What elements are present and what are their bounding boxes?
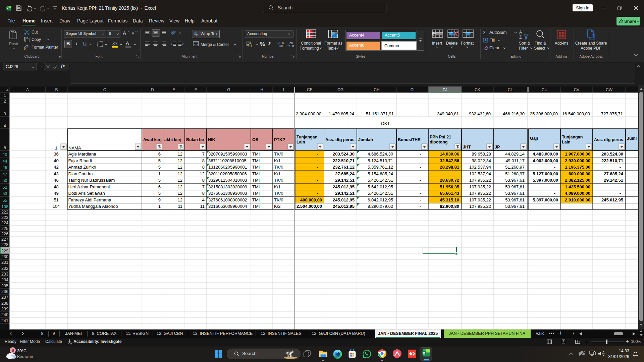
svg-text:Lain: Lain (297, 140, 305, 144)
svg-text:-: - (554, 191, 555, 196)
svg-text:TMI: TMI (252, 165, 260, 170)
svg-text:Dodi Aris Setiawan: Dodi Aris Setiawan (68, 191, 105, 196)
svg-text:237: 237 (1, 295, 8, 300)
svg-text:11: 11 (200, 204, 205, 209)
svg-text:-: - (420, 152, 421, 157)
svg-text:727.875,71: 727.875,71 (601, 111, 623, 116)
svg-text:1.907.000,00: 1.907.000,00 (565, 152, 590, 157)
svg-text:G: G (227, 87, 230, 92)
svg-text:-: - (317, 158, 318, 163)
svg-text:-: - (420, 111, 421, 116)
svg-text:2.504.000,00: 2.504.000,00 (297, 204, 322, 209)
svg-text:8.290.079,62: 8.290.079,62 (368, 204, 393, 209)
svg-text:B: B (55, 87, 58, 92)
svg-text:E: E (172, 87, 175, 92)
svg-text:107.935,22: 107.935,22 (469, 191, 491, 196)
svg-text:CG: CG (337, 87, 343, 92)
svg-text:2.930.000,00: 2.930.000,00 (565, 158, 590, 163)
svg-text:X: X (423, 351, 425, 355)
svg-text:Agis Mardiana: Agis Mardiana (68, 152, 97, 157)
svg-text:ab: ab (171, 31, 175, 34)
svg-text:5.124.510,71: 5.124.510,71 (368, 158, 393, 163)
svg-text:6: 6 (158, 152, 161, 157)
svg-text:55: 55 (3, 198, 7, 203)
svg-text:TMI: TMI (252, 184, 260, 189)
svg-text:2.382.125,00: 2.382.125,00 (565, 178, 590, 183)
svg-text:43: 43 (54, 171, 58, 176)
svg-text:JHT: JHT (463, 145, 471, 149)
svg-text:Z: Z (519, 35, 522, 40)
svg-text:Fahrezy Aldi Permana: Fahrezy Aldi Permana (68, 197, 112, 202)
svg-text:K/1: K/1 (274, 184, 281, 189)
svg-text:12: 12 (178, 178, 182, 183)
svg-text:5: 5 (158, 165, 161, 170)
svg-text:Bonus/THR: Bonus/THR (398, 137, 421, 142)
svg-text:227: 227 (1, 237, 8, 242)
svg-text:29.142,51: 29.142,51 (335, 191, 355, 196)
svg-text:ab: ab (194, 31, 197, 34)
svg-text:8: 8 (202, 178, 205, 183)
svg-text:-: - (317, 152, 318, 157)
svg-text:53.967,61: 53.967,61 (505, 178, 525, 183)
svg-text:CI: CI (411, 87, 415, 92)
svg-text:Gaji: Gaji (530, 136, 538, 141)
svg-text:44: 44 (3, 159, 7, 164)
svg-text:7: 7 (202, 152, 205, 157)
svg-text:TMI: TMI (252, 178, 260, 183)
svg-text:dipotong: dipotong (430, 140, 447, 144)
svg-text:Juml: Juml (627, 136, 637, 141)
svg-text:TMI: TMI (252, 204, 260, 209)
svg-text:TK/0: TK/0 (274, 165, 283, 170)
svg-text:-: - (317, 165, 318, 170)
svg-text:8: 8 (202, 191, 205, 196)
svg-text:5.642.012,95: 5.642.012,95 (368, 184, 393, 189)
svg-text:OS: OS (252, 137, 258, 142)
svg-text:42: 42 (54, 165, 58, 170)
svg-text:600.000,00: 600.000,00 (569, 171, 590, 176)
svg-text:-: - (420, 165, 421, 170)
svg-text:4.483.000,00: 4.483.000,00 (533, 152, 558, 157)
svg-text:C: C (103, 87, 106, 92)
svg-text:8: 8 (202, 158, 205, 163)
svg-text:TMI: TMI (252, 197, 260, 202)
svg-text:5: 5 (158, 191, 161, 196)
svg-text:A: A (519, 30, 522, 35)
svg-text:232: 232 (1, 266, 8, 271)
svg-text:K/1: K/1 (274, 171, 281, 176)
svg-text:1.196.375,00: 1.196.375,00 (565, 165, 590, 170)
svg-text:1.425.500,00: 1.425.500,00 (565, 184, 590, 189)
svg-text:2: 2 (4, 99, 6, 104)
svg-text:5.127.000,00: 5.127.000,00 (533, 171, 558, 176)
svg-text:-: - (317, 184, 318, 189)
svg-text:-: - (620, 165, 621, 170)
svg-text:245.012,95: 245.012,95 (333, 184, 355, 189)
svg-text:11: 11 (178, 204, 183, 209)
svg-text:3215081303920009: 3215081303920009 (208, 184, 247, 189)
svg-text:51.151.871,91: 51.151.871,91 (366, 111, 394, 116)
svg-text:-: - (317, 191, 318, 196)
svg-text:1: 1 (55, 145, 57, 150)
svg-text:5: 5 (158, 178, 161, 183)
svg-text:F: F (195, 87, 197, 92)
svg-text:44.829,14: 44.829,14 (505, 152, 525, 157)
svg-text:I: I (283, 87, 284, 92)
svg-text:5.397.000,00: 5.397.000,00 (533, 178, 558, 183)
svg-text:TK/0: TK/0 (274, 197, 283, 202)
svg-text:TK/0: TK/0 (274, 152, 283, 157)
svg-text:5: 5 (4, 145, 6, 150)
svg-text:1.479.805,24: 1.479.805,24 (329, 111, 354, 116)
svg-text:12: 12 (178, 184, 182, 189)
svg-text:235: 235 (1, 284, 8, 288)
svg-text:3671110208810005: 3671110208810005 (208, 158, 247, 163)
svg-text:932.432,60: 932.432,60 (469, 111, 491, 116)
svg-text:2.010.000,00: 2.010.000,00 (565, 197, 590, 202)
svg-text:50: 50 (3, 178, 7, 183)
svg-text:akhi kerj: akhi kerj (164, 137, 181, 142)
svg-text:203.524,30: 203.524,30 (333, 152, 355, 157)
svg-text:12: 12 (178, 152, 182, 157)
svg-text:3: 3 (4, 112, 6, 116)
svg-text:4.902.000,00: 4.902.000,00 (533, 158, 558, 163)
svg-text:51.268,97: 51.268,97 (505, 171, 525, 176)
svg-text:CJ: CJ (442, 87, 447, 92)
svg-text:Awal kerj: Awal kerj (143, 137, 162, 142)
